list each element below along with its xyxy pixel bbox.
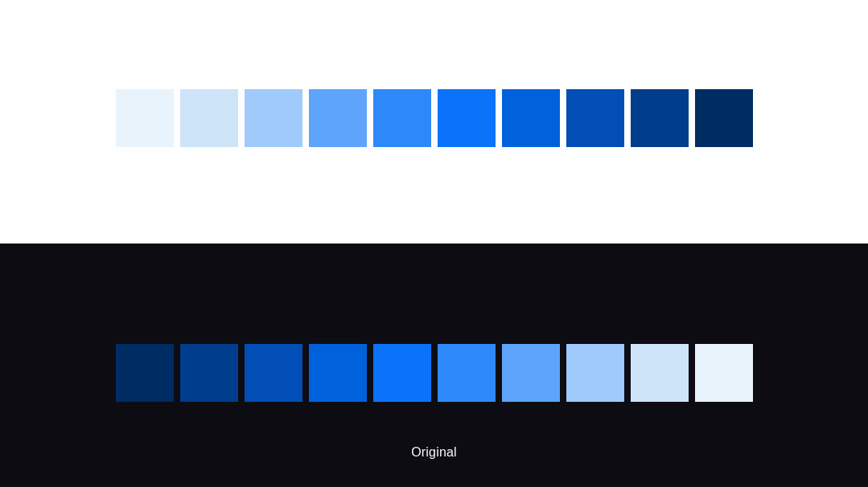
- swatch-dark-8: [631, 344, 689, 402]
- swatch-dark-6: [502, 344, 560, 402]
- swatch-dark-3: [309, 344, 367, 402]
- swatch-light-0: [116, 89, 174, 147]
- swatch-light-3: [309, 89, 367, 147]
- swatch-light-5: [438, 89, 496, 147]
- swatch-light-7: [566, 89, 624, 147]
- caption-label: Original: [411, 445, 457, 460]
- swatch-light-4: [373, 89, 431, 147]
- dark-swatch-row: [116, 344, 753, 402]
- swatch-dark-0: [116, 344, 174, 402]
- light-swatch-row: [116, 89, 753, 147]
- swatch-dark-9: [695, 344, 753, 402]
- swatch-dark-5: [438, 344, 496, 402]
- light-panel: [0, 0, 868, 244]
- swatch-light-8: [631, 89, 689, 147]
- swatch-dark-2: [245, 344, 302, 402]
- swatch-dark-1: [180, 344, 238, 402]
- dark-panel: Original: [0, 244, 868, 487]
- swatch-dark-4: [373, 344, 431, 402]
- swatch-light-1: [180, 89, 238, 147]
- swatch-light-2: [245, 89, 302, 147]
- swatch-dark-7: [566, 344, 624, 402]
- swatch-light-9: [695, 89, 753, 147]
- swatch-light-6: [502, 89, 560, 147]
